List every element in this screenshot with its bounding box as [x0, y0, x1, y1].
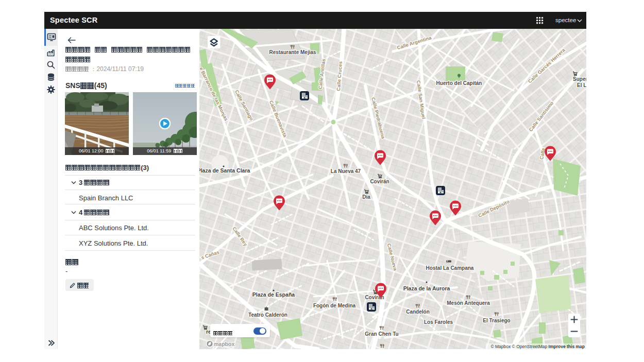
- svg-text:La Nueva 47: La Nueva 47: [331, 168, 361, 174]
- svg-text:Plaza de Santa Clara: Plaza de Santa Clara: [199, 167, 250, 174]
- svg-text:Los Faroles: Los Faroles: [424, 319, 453, 325]
- svg-text:Supermerca: Supermerca: [573, 76, 586, 82]
- svg-text:Restaurante Mejias: Restaurante Mejias: [269, 49, 316, 55]
- svg-text:© Mapbox © OpenStreetMap Impro: © Mapbox © OpenStreetMap Improve this ma…: [490, 344, 585, 349]
- svg-text:Dia: Dia: [362, 194, 370, 200]
- svg-text:El Trasiego: El Trasiego: [483, 318, 510, 323]
- svg-text:El Laguen: El Laguen: [577, 82, 586, 88]
- svg-text:Mesón Antequera: Mesón Antequera: [447, 300, 490, 306]
- svg-text:Gran Chen Tu: Gran Chen Tu: [365, 331, 398, 337]
- svg-text:Covirán: Covirán: [370, 179, 389, 184]
- svg-text:Plaza de España: Plaza de España: [252, 291, 295, 298]
- svg-text:Fogón de Medina: Fogón de Medina: [313, 303, 356, 308]
- svg-text:Plaza de la Aurora: Plaza de la Aurora: [403, 285, 450, 291]
- svg-text:Hostal La Campana: Hostal La Campana: [426, 265, 474, 271]
- svg-text:mapbox: mapbox: [214, 341, 234, 347]
- svg-text:Teatro Calderón: Teatro Calderón: [248, 312, 287, 318]
- svg-text:Huerto del Capitán: Huerto del Capitán: [436, 80, 482, 86]
- svg-text:Candelón: Candelón: [406, 309, 430, 315]
